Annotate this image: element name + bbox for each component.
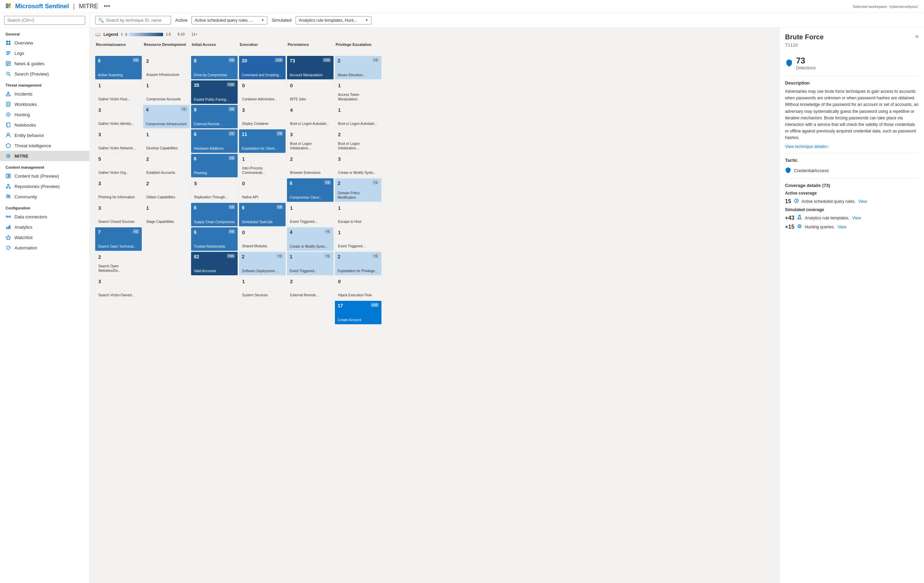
more-menu-icon[interactable]: ••• [104,3,111,10]
sidebar-item-entity[interactable]: Entity behavior [0,130,89,140]
svg-point-65 [799,226,800,227]
technique-cell[interactable]: 1Gather Victim Host... [95,80,142,104]
technique-cell[interactable]: 3Create or Modify Syste... [335,154,381,177]
technique-cell[interactable]: 2Boot or Logon Initialization... [335,129,381,153]
technique-cell[interactable]: 1Access Token Manipulation [335,80,381,104]
technique-cell[interactable]: 2Establish Accounts [143,154,190,177]
technique-cell[interactable]: 1+1Event Triggered... [287,252,333,275]
technique-cell[interactable]: 6+3Phishing [191,154,238,177]
technique-cell[interactable]: 2Acquire Infrastructure [143,56,190,79]
sidebar-item-workbooks[interactable]: Workbooks [0,99,89,109]
technique-cell[interactable]: 3Search Closed Sources [95,203,142,226]
sidebar-item-content-hub[interactable]: Content hub (Preview) [0,171,89,181]
technique-cell[interactable]: 3Search Victim-Owned... [95,276,142,300]
simulated-desc-1: Analytics rule templates. View [805,216,861,220]
technique-cell[interactable]: 1Develop Capabilities [143,129,190,153]
active-coverage-item: 15 Active scheduled query rules. View [785,198,919,205]
technique-cell[interactable]: 2External Remote... [287,276,333,300]
analytics-label: Analytics [15,225,32,230]
technique-cell[interactable]: 8+5Drive-by Compromise [191,56,238,79]
technique-cell[interactable]: 6+4Trusted Relationship [191,227,238,251]
sidebar-item-data-connectors[interactable]: Data connectors [0,211,89,222]
sidebar-item-incidents[interactable]: Incidents [0,89,89,99]
technique-cell[interactable]: 0Shared Modules [239,227,285,251]
technique-count: 3 [98,181,101,186]
technique-cell[interactable]: 4Boot or Logon Autostart... [287,105,333,128]
technique-cell[interactable]: 11+8Exploitation for Client... [239,129,285,153]
sidebar-item-threat-intel[interactable]: Threat intelligence [0,140,89,151]
technique-cell[interactable]: 3Gather Victim Network... [95,129,142,153]
technique-cell[interactable]: 3Deploy Container [239,105,285,128]
workbooks-label: Workbooks [15,102,37,107]
technique-cell[interactable]: 5Gather Victim Org... [95,154,142,177]
technique-cell[interactable]: 0Container Administra... [239,80,285,104]
technique-cell[interactable]: 0BITS Jobs [287,80,333,104]
legend-info-icon[interactable]: ℹ [121,32,122,36]
active-coverage-view-link[interactable]: View [858,199,867,204]
technique-cell[interactable]: 5Replication Through... [191,178,238,202]
technique-cell[interactable]: 73+58Account Manipulation [287,56,333,79]
technique-cell[interactable]: 1Stage Capabilities [143,203,190,226]
technique-cell[interactable]: 82+65Valid Accounts [191,252,238,275]
technique-cell[interactable]: 1Inter-Process Communicati... [239,154,285,177]
technique-cell[interactable]: 7+1Search Open Technical... [95,227,142,251]
svg-rect-2 [6,6,8,8]
sidebar-item-analytics[interactable]: Analytics [0,222,89,232]
technique-cell[interactable]: 4+1Create or Modify Syste... [287,227,333,251]
technique-cell[interactable]: 2Browser Extensions [287,154,333,177]
simulated-dropdown[interactable]: Analytics rule templates, Hunt... ▼ [295,16,371,25]
sidebar-item-automation[interactable]: Automation [0,243,89,253]
technique-cell[interactable]: 2+1Abuse Elevation... [335,56,381,79]
sidebar-item-mitre[interactable]: MITRE [0,151,89,161]
data-connectors-icon [5,214,11,220]
technique-cell[interactable]: 9+8Scheduled Task/Job [239,203,285,226]
sidebar-search-input[interactable] [4,16,85,25]
technique-search[interactable]: 🔍 [95,16,171,25]
detail-description-text: Adversaries may use brute force techniqu… [785,88,919,142]
technique-cell[interactable]: 6+4Compromise Client... [287,178,333,202]
technique-cell[interactable]: 20+18Command and Scripting... [239,56,285,79]
sidebar-item-watchlist[interactable]: Watchlist [0,232,89,243]
sidebar-item-overview[interactable]: Overview [0,38,89,48]
technique-cell[interactable]: 9+4External Remote... [191,105,238,128]
technique-cell[interactable]: 4+1Compromise Infrastructure [143,105,190,128]
technique-cell[interactable]: 3Phishing for Information [95,178,142,202]
technique-cell[interactable]: 1System Services [239,276,285,300]
sidebar-item-repositories[interactable]: Repositories (Preview) [0,181,89,192]
technique-cell[interactable]: 1Compromise Accounts [143,80,190,104]
technique-cell[interactable]: 2+2Software Deployment... [239,252,285,275]
simulated-view-link-1[interactable]: View [852,216,861,220]
active-dropdown[interactable]: Active scheduled query rules, ... ▼ [191,16,267,25]
sidebar-item-logs[interactable]: Logs [0,48,89,58]
technique-cell[interactable]: 6+2Supply Chain Compromise [191,203,238,226]
technique-cell[interactable]: 2Search Open Websites/Do... [95,252,142,275]
sidebar-item-community[interactable]: Community [0,192,89,202]
technique-cell[interactable]: 2Obtain Capabilities [143,178,190,202]
technique-header: 4+1 [290,230,331,235]
technique-cell[interactable]: 0Hijack Execution Flow [335,276,381,300]
technique-cell[interactable]: 0Native API [239,178,285,202]
simulated-view-link-2[interactable]: View [837,225,846,230]
detail-panel-collapse-btn[interactable]: » [916,33,919,39]
sidebar-item-search[interactable]: Search (Preview) [0,69,89,79]
technique-cell[interactable]: 1Event Triggered... [287,203,333,226]
technique-cell[interactable]: 6+1Hardware Additions [191,129,238,153]
news-label: News & guides [15,61,45,66]
technique-cell[interactable]: 1Boot or Logon Autostart... [335,105,381,128]
technique-search-input[interactable] [106,18,168,23]
sidebar-item-hunting[interactable]: Hunting [0,109,89,120]
technique-cell[interactable]: 3Boot or Logon Initialization... [287,129,333,153]
technique-cell[interactable]: 17+15Create Account [335,301,381,324]
technique-cell[interactable]: 35+29Exploit Public-Facing... [191,80,238,104]
sidebar-item-notebooks[interactable]: Notebooks [0,120,89,130]
section-config: Configuration [0,202,89,211]
technique-cell[interactable]: 3Gather Victim Identity... [95,105,142,128]
technique-cell[interactable]: 2+1Exploitation for Privilege... [335,252,381,275]
technique-cell[interactable]: 6+4Active Scanning [95,56,142,79]
technique-cell[interactable]: 1Event Triggered... [335,227,381,251]
technique-count: 11 [242,131,247,137]
technique-cell[interactable]: 2+1Domain Policy Modification [335,178,381,202]
technique-cell[interactable]: 1Escape to Host [335,203,381,226]
view-technique-link[interactable]: View technique details> [785,144,828,149]
sidebar-item-news[interactable]: News & guides [0,58,89,69]
